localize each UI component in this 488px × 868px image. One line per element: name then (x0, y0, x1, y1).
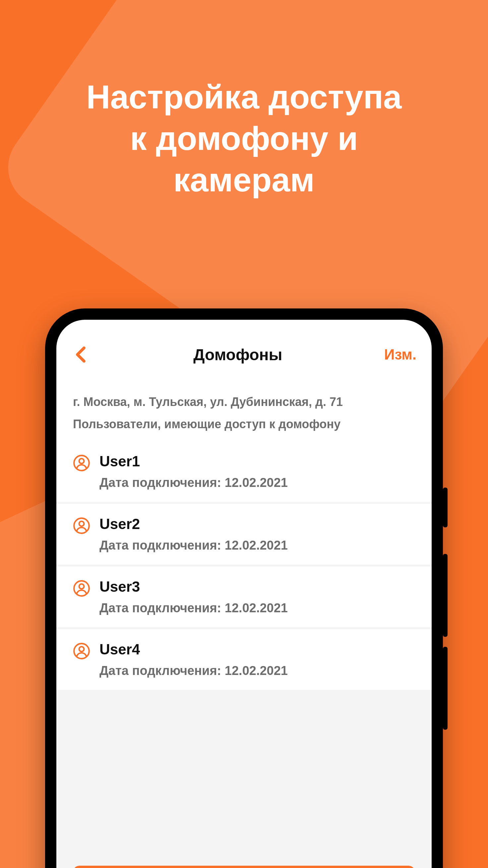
headline-line-1: Настройка доступа (86, 78, 401, 116)
phone-side-button (443, 488, 448, 527)
user-icon (73, 580, 90, 597)
user-connection-date: Дата подключения: 12.02.2021 (99, 538, 415, 553)
headline-line-3: камерам (173, 161, 315, 198)
user-name: User1 (99, 453, 415, 470)
user-row-content: User4Дата подключения: 12.02.2021 (99, 641, 415, 678)
user-connection-date: Дата подключения: 12.02.2021 (99, 601, 415, 615)
promo-stage: Настройка доступа к домофону и камерам Д… (0, 0, 488, 868)
user-row[interactable]: User1Дата подключения: 12.02.2021 (56, 441, 432, 502)
user-icon (73, 455, 90, 472)
user-name: User4 (99, 641, 415, 658)
user-icon (73, 517, 90, 534)
user-icon (73, 643, 90, 660)
user-row[interactable]: User3Дата подключения: 12.02.2021 (56, 566, 432, 627)
phone-screen: Домофоны Изм. г. Москва, м. Тульская, ул… (56, 320, 432, 868)
promo-headline: Настройка доступа к домофону и камерам (0, 0, 488, 201)
user-name: User2 (99, 516, 415, 532)
user-icon-wrap (73, 580, 90, 597)
svg-point-1 (79, 459, 84, 464)
back-button[interactable] (72, 345, 92, 365)
user-icon-wrap (73, 517, 90, 534)
user-row-content: User1Дата подключения: 12.02.2021 (99, 453, 415, 490)
user-name: User3 (99, 579, 415, 595)
address-block: г. Москва, м. Тульская, ул. Дубининская,… (56, 379, 432, 441)
user-connection-date: Дата подключения: 12.02.2021 (99, 664, 415, 678)
edit-button[interactable]: Изм. (384, 346, 416, 363)
phone-mockup: Домофоны Изм. г. Москва, м. Тульская, ул… (45, 308, 443, 868)
svg-point-5 (79, 584, 84, 589)
users-subtitle: Пользователи, имеющие доступ к домофону (73, 417, 415, 431)
user-row[interactable]: User2Дата подключения: 12.02.2021 (56, 504, 432, 564)
user-row[interactable]: User4Дата подключения: 12.02.2021 (56, 629, 432, 690)
share-access-button[interactable]: Поделиться доступом (73, 866, 415, 868)
user-row-content: User3Дата подключения: 12.02.2021 (99, 579, 415, 615)
phone-side-button (443, 647, 448, 730)
headline-line-2: к домофону и (130, 120, 358, 157)
phone-body: Домофоны Изм. г. Москва, м. Тульская, ул… (45, 308, 443, 868)
user-connection-date: Дата подключения: 12.02.2021 (99, 476, 415, 490)
user-icon-wrap (73, 455, 90, 472)
page-title: Домофоны (92, 346, 384, 364)
user-row-content: User2Дата подключения: 12.02.2021 (99, 516, 415, 553)
navbar: Домофоны Изм. (56, 330, 432, 379)
address-text: г. Москва, м. Тульская, ул. Дубининская,… (73, 393, 415, 411)
share-button-wrap: Поделиться доступом (56, 866, 432, 868)
chevron-left-icon (72, 345, 92, 365)
phone-side-button (443, 554, 448, 637)
content-filler (56, 692, 432, 866)
svg-point-3 (79, 521, 84, 526)
user-list: User1Дата подключения: 12.02.2021User2Да… (56, 441, 432, 692)
user-icon-wrap (73, 643, 90, 660)
svg-point-7 (79, 647, 84, 652)
